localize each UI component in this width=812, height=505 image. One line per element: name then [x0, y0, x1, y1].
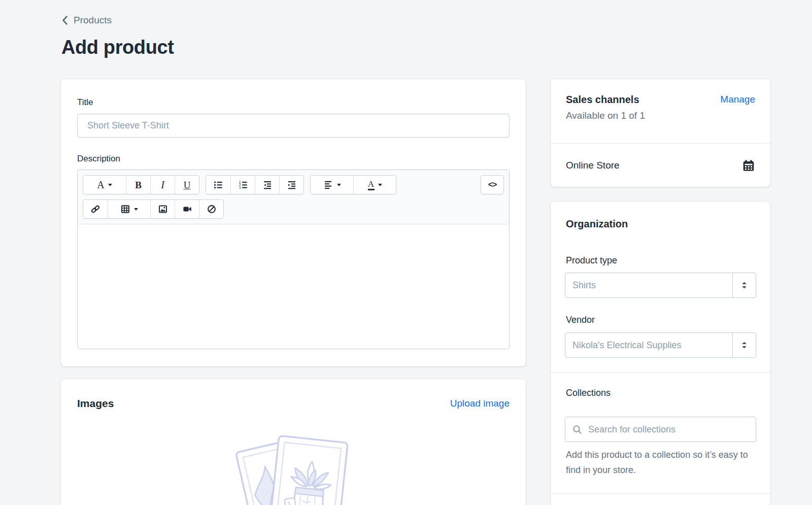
list-indent-group: 1 2 3: [206, 175, 304, 194]
insert-group: [83, 199, 224, 219]
code-view-button[interactable]: <>: [481, 176, 503, 194]
align-color-group: A: [310, 175, 396, 194]
caret-down-icon: [134, 208, 138, 211]
numbered-list-icon: 1 2 3: [238, 180, 248, 190]
title-input[interactable]: [77, 114, 510, 138]
vendor-value: Nikola's Electrical Supplies: [565, 340, 682, 351]
italic-button[interactable]: I: [150, 176, 175, 194]
product-type-value: Shirts: [565, 280, 596, 291]
chevron-left-icon: [61, 15, 68, 25]
link-button[interactable]: [83, 200, 108, 218]
outdent-icon: [262, 180, 273, 190]
table-icon: [120, 204, 130, 214]
images-card: Images Upload image: [61, 379, 526, 505]
breadcrumb-label: Products: [74, 15, 112, 26]
underline-icon: U: [184, 180, 191, 190]
title-label: Title: [77, 97, 93, 108]
product-type-select[interactable]: Shirts: [565, 273, 756, 298]
sales-channels-heading: Sales channels: [566, 94, 639, 106]
video-icon: [182, 204, 192, 214]
alignment-button[interactable]: [311, 176, 353, 194]
link-icon: [90, 204, 100, 214]
text-color-icon: A: [368, 180, 375, 190]
images-heading: Images: [77, 397, 114, 410]
description-label: Description: [77, 154, 120, 164]
search-icon: [572, 424, 583, 435]
vendor-label: Vendor: [566, 315, 595, 325]
online-store-label: Online Store: [566, 160, 620, 171]
code-icon: <>: [488, 180, 497, 189]
bold-button[interactable]: B: [126, 176, 150, 194]
collections-search: [565, 417, 756, 442]
svg-text:3: 3: [239, 186, 241, 190]
insert-image-button[interactable]: [150, 200, 175, 218]
collections-search-input[interactable]: [587, 424, 749, 435]
bold-icon: B: [135, 180, 142, 190]
description-textarea[interactable]: [78, 224, 509, 349]
product-type-label: Product type: [566, 255, 617, 266]
organization-card: Organization Product type Shirts Vendor …: [551, 201, 770, 505]
outdent-button[interactable]: [255, 176, 279, 194]
upload-image-link[interactable]: Upload image: [450, 398, 510, 409]
breadcrumb-products[interactable]: Products: [61, 15, 112, 26]
toolbar-row-2: [83, 199, 504, 219]
italic-icon: I: [161, 180, 164, 190]
text-format-group: A B I U: [83, 175, 199, 194]
font-style-icon: A: [97, 180, 104, 190]
toolbar-row-1: A B I U: [83, 175, 504, 194]
bulleted-list-button[interactable]: [206, 176, 230, 194]
vendor-select[interactable]: Nikola's Electrical Supplies: [565, 332, 756, 358]
caret-down-icon: [108, 184, 112, 186]
sales-availability-text: Available on 1 of 1: [566, 110, 755, 121]
image-icon: [158, 204, 168, 214]
bulleted-list-icon: [213, 180, 223, 190]
clear-formatting-button[interactable]: [199, 200, 223, 218]
select-arrows-icon: [732, 333, 756, 357]
text-style-button[interactable]: A: [83, 176, 126, 194]
code-group: <>: [481, 175, 504, 194]
manage-sales-channels-link[interactable]: Manage: [720, 94, 755, 105]
caret-down-icon: [378, 184, 382, 186]
caret-down-icon: [337, 184, 341, 186]
insert-video-button[interactable]: [175, 200, 199, 218]
empty-images-illustration: [230, 430, 357, 505]
underline-button[interactable]: U: [175, 176, 199, 194]
collections-help-text: Add this product to a collection so it’s…: [566, 447, 759, 478]
divider: [551, 372, 770, 373]
product-details-card: Title Description A B I U: [61, 79, 526, 366]
organization-heading: Organization: [566, 218, 628, 230]
text-color-button[interactable]: A: [353, 176, 396, 194]
select-arrows-icon: [732, 273, 756, 297]
divider: [551, 493, 770, 494]
sales-channels-header: Sales channels Manage Available on 1 of …: [551, 79, 770, 143]
sales-channels-card: Sales channels Manage Available on 1 of …: [551, 79, 770, 187]
description-editor: A B I U: [77, 170, 510, 349]
table-button[interactable]: [108, 200, 150, 218]
online-store-row: Online Store: [551, 144, 770, 187]
clear-formatting-icon: [207, 204, 217, 214]
indent-icon: [287, 180, 297, 190]
page-title: Add product: [61, 37, 174, 58]
align-left-icon: [323, 180, 333, 190]
schedule-calendar-icon[interactable]: [742, 159, 755, 172]
rich-text-toolbar: A B I U: [78, 170, 509, 224]
numbered-list-button[interactable]: 1 2 3: [230, 176, 255, 194]
indent-button[interactable]: [279, 176, 303, 194]
collections-label: Collections: [566, 388, 611, 398]
